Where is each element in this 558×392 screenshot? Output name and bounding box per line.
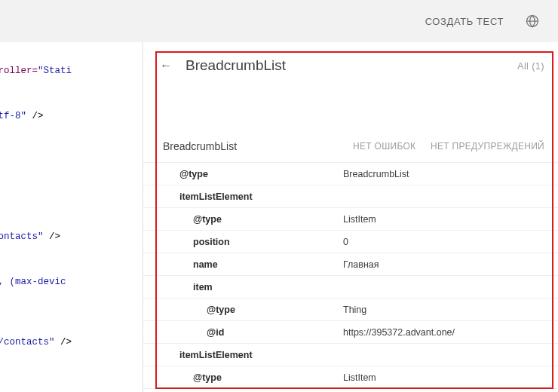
table-row: @typeThing (143, 299, 558, 321)
table-row: itemListElement (143, 185, 558, 208)
back-arrow-icon[interactable]: ← (157, 57, 175, 75)
no-errors-label: НЕТ ОШИБОК (353, 141, 415, 152)
table-row: @idhttps://395372.advant.one/ (143, 321, 558, 344)
row-key: @type (143, 372, 343, 383)
section-status: НЕТ ОШИБОК НЕТ ПРЕДУПРЕЖДЕНИЙ (353, 141, 544, 152)
source-code-column: data-ng-controller="Stati ml; charset=ut… (0, 42, 143, 392)
source-code: data-ng-controller="Stati ml; charset=ut… (0, 63, 143, 365)
results-panel: ← BreadcrumbList All (1) BreadcrumbList … (143, 42, 558, 392)
row-key: name (143, 259, 343, 270)
content: data-ng-controller="Stati ml; charset=ut… (0, 42, 558, 392)
row-key: @id (143, 327, 343, 338)
panel-header: ← BreadcrumbList All (1) (143, 48, 558, 83)
row-value: https://395372.advant.one/ (343, 327, 558, 338)
table-row: @typeListItem (143, 208, 558, 231)
table-row: item (143, 276, 558, 299)
table-row: itemListElement (143, 344, 558, 366)
row-value: ListItem (343, 372, 558, 383)
row-value: Thing (343, 305, 558, 315)
row-key: itemListElement (143, 350, 343, 360)
table-row: position1 (143, 389, 558, 392)
row-value: 0 (343, 237, 558, 247)
top-bar: СОЗДАТЬ ТЕСТ (0, 0, 558, 42)
row-value: Главная (343, 259, 558, 270)
language-icon[interactable] (525, 14, 540, 29)
create-test-button[interactable]: СОЗДАТЬ ТЕСТ (425, 16, 504, 27)
panel-title: BreadcrumbList (185, 57, 517, 74)
row-key: @type (143, 305, 343, 315)
row-key: itemListElement (143, 191, 343, 202)
table-row: @typeBreadcrumbList (143, 163, 558, 185)
row-key: position (143, 237, 343, 247)
row-key: @type (143, 214, 343, 225)
row-value: ListItem (343, 214, 558, 225)
spacer (143, 83, 558, 130)
row-value: BreadcrumbList (343, 169, 558, 179)
row-key: item (143, 282, 343, 292)
table-row: position0 (143, 231, 558, 253)
table-row: @typeListItem (143, 366, 558, 389)
no-warnings-label: НЕТ ПРЕДУПРЕЖДЕНИЙ (431, 141, 544, 152)
panel-count[interactable]: All (1) (517, 60, 544, 72)
section-header: BreadcrumbList НЕТ ОШИБОК НЕТ ПРЕДУПРЕЖД… (143, 130, 558, 163)
section-name: BreadcrumbList (163, 140, 353, 152)
table-row: nameГлавная (143, 253, 558, 276)
row-key: @type (143, 169, 343, 179)
